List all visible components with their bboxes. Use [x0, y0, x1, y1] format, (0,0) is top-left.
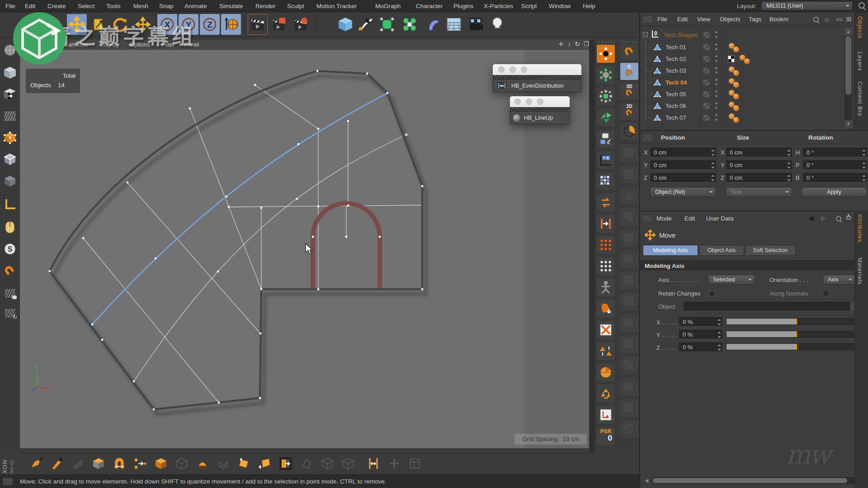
cloner-button[interactable]: [400, 14, 420, 35]
visibility-toggle[interactable]: [703, 56, 709, 62]
visibility-dot-top[interactable]: [715, 67, 717, 69]
tab-attributes[interactable]: Attributes: [857, 214, 863, 243]
along-normals-checkbox[interactable]: [823, 291, 829, 296]
pos-z-field[interactable]: 0 cm: [650, 173, 716, 183]
snap-grid-line-button[interactable]: [620, 335, 639, 354]
slide-button-disabled[interactable]: [69, 455, 87, 473]
object-name[interactable]: Tech 03: [665, 67, 686, 74]
window-close-icon[interactable]: [498, 66, 505, 73]
snap-intersection-button[interactable]: [620, 250, 639, 269]
menu-snap[interactable]: Snap: [159, 3, 174, 9]
stepper-icon[interactable]: [711, 175, 715, 181]
history-forward-icon[interactable]: ▶: [821, 214, 826, 222]
slider-z-field[interactable]: 0 %: [679, 343, 722, 352]
snap-axis-button[interactable]: [620, 229, 639, 248]
snap-2d-button[interactable]: 2D: [620, 102, 639, 120]
object-name[interactable]: Tech 06: [665, 103, 686, 109]
menu-motion-tracker[interactable]: Motion Tracker: [316, 3, 357, 9]
object-name[interactable]: Tech 04: [665, 79, 687, 86]
om-menu-file[interactable]: File: [657, 16, 667, 23]
coordinate-system-button[interactable]: [221, 14, 241, 35]
hb-cluster-button[interactable]: [596, 66, 615, 84]
rot-b-field[interactable]: 0 °: [803, 173, 867, 183]
polygon-pen-button[interactable]: [27, 455, 45, 473]
window-close-icon[interactable]: [514, 99, 521, 105]
scroll-thumb[interactable]: [845, 36, 851, 95]
hb-grid-white-button[interactable]: [596, 257, 615, 276]
tab-object-axis[interactable]: Object Axis: [699, 245, 744, 256]
object-name[interactable]: Tech 01: [665, 44, 686, 51]
menu-help[interactable]: Help: [583, 3, 595, 9]
tag-icon[interactable]: [733, 82, 739, 88]
add-primitive-cube-button[interactable]: [335, 14, 355, 35]
snap-dynamic-button[interactable]: [620, 377, 639, 396]
stepper-icon[interactable]: [711, 150, 715, 156]
slider-x-field[interactable]: 0 %: [679, 317, 722, 327]
visibility-toggle[interactable]: [703, 68, 709, 74]
snap-extra-button[interactable]: [620, 399, 639, 418]
visibility-toggle[interactable]: [703, 103, 709, 109]
hb-falloff-button[interactable]: [596, 87, 615, 106]
subdivision-surface-button[interactable]: [377, 14, 397, 35]
scroll-thumb[interactable]: [653, 478, 847, 483]
collapse-expand-icon[interactable]: –: [643, 32, 648, 37]
light-button[interactable]: [487, 14, 507, 35]
visibility-toggle[interactable]: [703, 91, 709, 97]
search-icon[interactable]: [859, 2, 865, 9]
menu-character[interactable]: Character: [416, 3, 443, 9]
hb-warning-arrows-button[interactable]: [596, 342, 615, 361]
window-zoom-icon[interactable]: [537, 99, 543, 105]
tree-row[interactable]: Tech 07: [640, 112, 841, 124]
tag-icon[interactable]: [733, 105, 739, 111]
deformer-bend-button[interactable]: [424, 14, 444, 35]
hb-center-button[interactable]: [596, 44, 615, 63]
layout-dropdown[interactable]: MILG11 (User): [761, 1, 853, 10]
viewport-solo-button[interactable]: [1, 218, 19, 237]
size-y-field[interactable]: 0 cm: [726, 160, 792, 170]
attr-menu-edit[interactable]: Edit: [684, 215, 695, 222]
hb-swap-cubes-button[interactable]: [596, 129, 615, 148]
connect-points-button[interactable]: [131, 455, 149, 473]
menu-mesh[interactable]: Mesh: [133, 3, 148, 9]
lock-z-axis-button[interactable]: Z: [200, 14, 220, 35]
axis-mode-button[interactable]: [1, 195, 19, 214]
object-name[interactable]: Tech 07: [665, 114, 686, 121]
render-to-picture-viewer-button[interactable]: [269, 14, 289, 35]
snap-rotate-band-button[interactable]: [620, 122, 639, 140]
split-panel-button[interactable]: [277, 455, 295, 473]
object-link-field[interactable]: [684, 302, 850, 311]
visibility-dot-bottom[interactable]: [715, 48, 717, 50]
knife-button[interactable]: [48, 455, 66, 473]
rotate-edge-alt-button[interactable]: [256, 455, 274, 473]
tab-materials[interactable]: Materials: [857, 258, 863, 285]
tab-soft-selection[interactable]: Soft Selection: [745, 245, 796, 256]
rot-p-field[interactable]: 0 °: [803, 160, 867, 170]
drag-handle-hatch[interactable]: [597, 41, 616, 43]
om-search-icon[interactable]: [813, 17, 819, 22]
points-mode-button[interactable]: [1, 128, 19, 147]
disabled-tool-1[interactable]: [297, 455, 316, 473]
visibility-dot-bottom[interactable]: [715, 36, 717, 38]
snap-edge-button[interactable]: [620, 165, 639, 184]
menu-select[interactable]: Select: [78, 3, 95, 9]
visibility-dot-top[interactable]: [715, 79, 717, 81]
hb-grid-orange-button[interactable]: [596, 235, 615, 254]
stepper-icon[interactable]: [787, 150, 791, 156]
tab-content-browser[interactable]: Content Bro: [857, 81, 863, 117]
pos-x-field[interactable]: 0 cm: [650, 148, 716, 157]
drag-handle-hatch[interactable]: [643, 16, 652, 23]
tag-icon[interactable]: [733, 70, 739, 76]
stepper-icon[interactable]: [787, 162, 791, 169]
window-titlebar[interactable]: [510, 96, 570, 107]
floating-window-even-distribution[interactable]: HB_EvenDistribution: [493, 64, 581, 92]
edges-mode-button[interactable]: [1, 150, 19, 169]
axis-dropdown[interactable]: Selected: [708, 275, 755, 285]
size-x-field[interactable]: 0 cm: [726, 148, 792, 157]
drag-handle-hatch[interactable]: [643, 216, 652, 222]
disabled-panel-button[interactable]: [406, 455, 424, 473]
tab-modeling-axis[interactable]: Modeling Axis: [643, 245, 698, 256]
disabled-tool-3[interactable]: [339, 455, 357, 473]
retain-changes-checkbox[interactable]: [709, 291, 715, 296]
hb-checker-ball-button[interactable]: [596, 363, 615, 382]
size-z-field[interactable]: 0 cm: [726, 173, 792, 183]
